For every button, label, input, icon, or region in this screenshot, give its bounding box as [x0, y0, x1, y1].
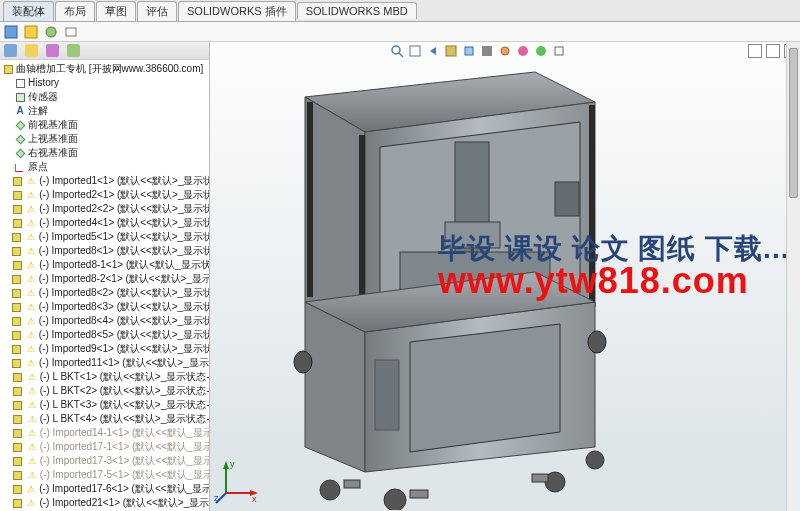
part-icon	[11, 176, 23, 187]
fm-tab-property-icon[interactable]	[24, 25, 38, 39]
svg-point-12	[536, 46, 546, 56]
tab-layout[interactable]: 布局	[55, 1, 95, 21]
apply-scene-icon[interactable]	[534, 44, 548, 58]
zoom-area-icon[interactable]	[408, 44, 422, 58]
tree-item-label: (-) Imported17-3<1> (默认<<默认_显示	[40, 454, 209, 468]
folder-icon	[14, 78, 26, 89]
view-orientation-icon[interactable]	[462, 44, 476, 58]
svg-rect-3	[66, 28, 76, 36]
tab-sketch[interactable]: 草图	[96, 1, 136, 21]
tree-component-item[interactable]: (-) L BKT<4> (默认<<默认>_显示状态-1	[2, 412, 209, 426]
tree-component-item[interactable]: (-) Imported17-5<1> (默认<<默认_显示	[2, 468, 209, 482]
tab-evaluate[interactable]: 评估	[137, 1, 177, 21]
warning-icon	[25, 218, 37, 229]
scrollbar-thumb[interactable]	[789, 48, 798, 198]
prev-view-icon[interactable]	[426, 44, 440, 58]
tree-origin[interactable]: 原点	[2, 160, 209, 174]
feature-tree-panel: 曲轴槽加工专机 [开披网www.386600.com] History 传感器 …	[0, 42, 210, 511]
warning-icon	[25, 274, 37, 285]
tree-root-label: 曲轴槽加工专机 [开披网www.386600.com]	[16, 62, 203, 76]
tree-component-item[interactable]: (-) Imported2<2> (默认<<默认>_显示状态	[2, 202, 209, 216]
tree-item-label: (-) Imported1<1> (默认<<默认>_显示状态	[39, 174, 209, 188]
fm-tab-display-icon[interactable]	[64, 25, 78, 39]
warning-icon	[25, 288, 37, 299]
part-icon	[11, 204, 23, 215]
tree-item-label: 前视基准面	[28, 118, 78, 132]
part-icon	[11, 358, 23, 369]
tree-more-icon[interactable]	[67, 44, 80, 57]
tree-component-item[interactable]: (-) Imported8<2> (默认<<默认>_显示状态-1	[2, 286, 209, 300]
view-settings-icon[interactable]	[552, 44, 566, 58]
tree-component-item[interactable]: (-) Imported8<4> (默认<<默认>_显示状态-1	[2, 314, 209, 328]
tab-sw-mbd[interactable]: SOLIDWORKS MBD	[297, 2, 417, 19]
tree-item-label: History	[28, 76, 59, 90]
edit-appearance-icon[interactable]	[516, 44, 530, 58]
tree-sensor[interactable]: 传感器	[2, 90, 209, 104]
tree-plane-front[interactable]: 前视基准面	[2, 118, 209, 132]
tree-component-item[interactable]: (-) L BKT<3> (默认<<默认>_显示状态-1	[2, 398, 209, 412]
axis-x-label: x	[252, 494, 257, 504]
tree-item-label: 注解	[28, 104, 48, 118]
tree-component-item[interactable]: (-) Imported17-6<1> (默认<<默认_显示状	[2, 482, 209, 496]
tree-item-label: (-) Imported8<1> (默认<<默认>_显示状态-1	[39, 244, 209, 258]
warning-icon	[25, 302, 37, 313]
warning-icon	[25, 344, 37, 355]
tree-history[interactable]: History	[2, 76, 209, 90]
tab-assembly[interactable]: 装配体	[3, 1, 54, 21]
warning-icon	[25, 498, 37, 509]
tree-component-item[interactable]: (-) Imported8<3> (默认<<默认>_显示状态-1	[2, 300, 209, 314]
plane-icon	[14, 120, 26, 131]
tree-display-icon[interactable]	[25, 44, 38, 57]
tree-component-item[interactable]: (-) Imported11<1> (默认<<默认>_显示状态	[2, 356, 209, 370]
tree-item-label: (-) L BKT<2> (默认<<默认>_显示状态-1	[40, 384, 209, 398]
svg-point-31	[588, 331, 606, 353]
tree-options-icon[interactable]	[46, 44, 59, 57]
tree-root[interactable]: 曲轴槽加工专机 [开披网www.386600.com]	[2, 62, 209, 76]
tree-component-item[interactable]: (-) L BKT<1> (默认<<默认>_显示状态-1	[2, 370, 209, 384]
tree-plane-top[interactable]: 上视基准面	[2, 132, 209, 146]
fm-tab-config-icon[interactable]	[44, 25, 58, 39]
fm-tab-tree-icon[interactable]	[4, 25, 18, 39]
feature-tree[interactable]: 曲轴槽加工专机 [开披网www.386600.com] History 传感器 …	[0, 60, 209, 511]
hide-show-icon[interactable]	[498, 44, 512, 58]
tree-component-item[interactable]: (-) Imported9<1> (默认<<默认>_显示状态-1	[2, 342, 209, 356]
part-icon	[12, 442, 24, 453]
part-icon	[12, 372, 24, 383]
tree-component-item[interactable]: (-) Imported17-3<1> (默认<<默认_显示	[2, 454, 209, 468]
tree-item-label: 原点	[28, 160, 48, 174]
tree-component-item[interactable]: (-) Imported21<1> (默认<<默认>_显示状	[2, 496, 209, 510]
viewport-min-button[interactable]	[748, 44, 762, 58]
tree-component-item[interactable]: (-) Imported8<5> (默认<<默认>_显示状态-1	[2, 328, 209, 342]
tree-component-item[interactable]: (-) Imported1<1> (默认<<默认>_显示状态	[2, 174, 209, 188]
tree-component-item[interactable]: (-) Imported17-1<1> (默认<<默认_显示	[2, 440, 209, 454]
graphics-viewport[interactable]: 毕设 课设 论文 图纸 下载... www.ytw818.com y x z	[210, 42, 800, 511]
tree-component-item[interactable]: (-) Imported2<1> (默认<<默认>_显示状态	[2, 188, 209, 202]
tree-item-label: (-) Imported8-2<1> (默认<<默认>_显示状态	[39, 272, 209, 286]
svg-marker-28	[410, 324, 560, 452]
svg-rect-29	[375, 360, 399, 430]
axis-z-label: z	[214, 493, 219, 503]
part-icon	[12, 400, 24, 411]
tree-component-item[interactable]: (-) L BKT<2> (默认<<默认>_显示状态-1	[2, 384, 209, 398]
zoom-fit-icon[interactable]	[390, 44, 404, 58]
filter-icon[interactable]	[4, 44, 17, 57]
tree-component-item[interactable]: (-) Imported4<1> (默认<<默认>_显示状态	[2, 216, 209, 230]
annotation-icon: A	[14, 106, 26, 117]
viewport-scrollbar[interactable]	[786, 42, 800, 511]
tree-component-item[interactable]: (-) Imported8-1<1> (默认<默认_显示状态-	[2, 258, 209, 272]
part-icon	[11, 330, 23, 341]
tree-annotation[interactable]: A注解	[2, 104, 209, 118]
tree-plane-right[interactable]: 右视基准面	[2, 146, 209, 160]
section-view-icon[interactable]	[444, 44, 458, 58]
viewport-max-button[interactable]	[766, 44, 780, 58]
tree-item-label: 传感器	[28, 90, 58, 104]
tree-component-item[interactable]: (-) Imported8-2<1> (默认<<默认>_显示状态	[2, 272, 209, 286]
sensor-icon	[14, 92, 26, 103]
display-style-icon[interactable]	[480, 44, 494, 58]
tree-component-item[interactable]: (-) Imported8<1> (默认<<默认>_显示状态-1	[2, 244, 209, 258]
orientation-triad[interactable]: y x z	[214, 459, 260, 505]
tree-component-item[interactable]: (-) Imported14-1<1> (默认<<默认_显示	[2, 426, 209, 440]
tab-sw-addins[interactable]: SOLIDWORKS 插件	[178, 1, 296, 21]
part-icon	[12, 456, 24, 467]
tree-component-item[interactable]: (-) Imported5<1> (默认<<默认>_显示状态-1	[2, 230, 209, 244]
